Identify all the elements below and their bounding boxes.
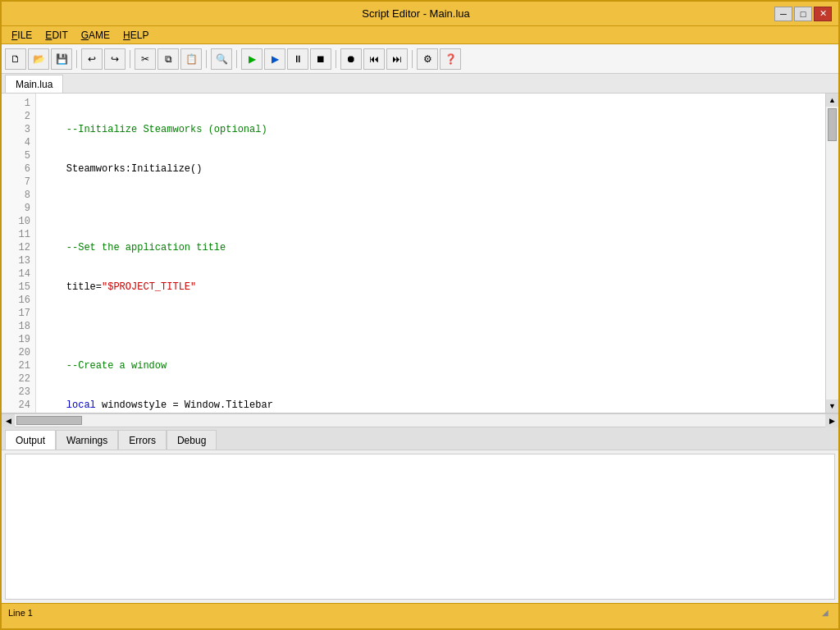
copy-button[interactable]: ⧉ (158, 48, 179, 70)
run-green-button[interactable]: ▶ (241, 48, 262, 70)
code-line-6 (43, 320, 819, 333)
settings-button[interactable]: ⚙ (417, 48, 438, 70)
tab-output[interactable]: Output (5, 430, 56, 450)
vertical-scrollbar[interactable]: ▲ ▼ (825, 94, 838, 413)
paste-button[interactable]: 📋 (180, 48, 202, 70)
code-line-4: --Set the application title (43, 241, 819, 254)
separator-6 (412, 50, 413, 68)
code-line-8: local windowstyle = Window.Titlebar (43, 399, 819, 412)
record-button[interactable]: ⏺ (340, 48, 362, 70)
menu-edit[interactable]: EDIT (39, 28, 74, 43)
scroll-thumb-h[interactable] (16, 416, 82, 425)
menu-bar: FILE EDIT GAME HELP (2, 26, 838, 44)
title-text: Script Editor - Main.lua (57, 7, 774, 20)
code-editor[interactable]: --Initialize Steamworks (optional) Steam… (36, 94, 825, 413)
separator-2 (130, 50, 130, 68)
undo-button[interactable]: ↩ (81, 48, 103, 70)
code-line-3 (43, 202, 819, 215)
scroll-up-arrow[interactable]: ▲ (826, 94, 838, 107)
code-line-1: --Initialize Steamworks (optional) (43, 123, 819, 136)
close-button[interactable]: ✕ (814, 7, 832, 21)
line-numbers: 1 2 3 4 5 6 7 8 9 10 11 12 13 14 15 16 1… (2, 94, 36, 413)
tab-bar: Main.lua (2, 74, 838, 94)
scroll-right-arrow[interactable]: ▶ (825, 414, 838, 427)
menu-file[interactable]: FILE (5, 28, 39, 43)
rewind-button[interactable]: ⏮ (363, 48, 385, 70)
stop-button[interactable]: ⏹ (310, 48, 331, 70)
separator-1 (76, 50, 77, 68)
maximize-button[interactable]: □ (794, 7, 812, 21)
search-button[interactable]: 🔍 (211, 48, 232, 70)
horizontal-scrollbar[interactable]: ◀ ▶ (2, 413, 838, 427)
separator-4 (236, 50, 237, 68)
output-tabs: Output Warnings Errors Debug (2, 427, 838, 450)
toolbar: 🗋 📂 💾 ↩ ↪ ✂ ⧉ 📋 🔍 ▶ ▶ ⏸ ⏹ ⏺ ⏮ ⏭ ⚙ ❓ (2, 44, 838, 74)
tab-errors[interactable]: Errors (118, 430, 167, 450)
code-line-7: --Create a window (43, 359, 819, 372)
save-button[interactable]: 💾 (51, 48, 72, 70)
menu-help[interactable]: HELP (116, 28, 155, 43)
scroll-track-h[interactable] (15, 414, 825, 427)
output-content (5, 454, 835, 600)
status-bar: Line 1 ◢ (2, 603, 838, 621)
scroll-track[interactable] (826, 107, 838, 399)
forward-button[interactable]: ⏭ (386, 48, 408, 70)
window-controls: ─ □ ✕ (774, 7, 832, 21)
menu-game[interactable]: GAME (75, 28, 116, 43)
editor-container: 1 2 3 4 5 6 7 8 9 10 11 12 13 14 15 16 1… (2, 94, 838, 413)
new-button[interactable]: 🗋 (5, 48, 26, 70)
help-button[interactable]: ❓ (440, 48, 461, 70)
cut-button[interactable]: ✂ (135, 48, 156, 70)
separator-3 (206, 50, 207, 68)
code-line-5: title="$PROJECT_TITLE" (43, 281, 819, 294)
code-line-2: Steamworks:Initialize() (43, 162, 819, 176)
separator-5 (336, 50, 336, 68)
title-bar: Script Editor - Main.lua ─ □ ✕ (2, 2, 838, 26)
output-panel: Output Warnings Errors Debug (2, 427, 838, 603)
status-text: Line 1 (8, 608, 33, 618)
minimize-button[interactable]: ─ (774, 7, 792, 21)
run-blue-button[interactable]: ▶ (264, 48, 285, 70)
tab-warnings[interactable]: Warnings (56, 430, 118, 450)
scroll-down-arrow[interactable]: ▼ (826, 399, 838, 413)
scroll-left-arrow[interactable]: ◀ (2, 414, 15, 427)
pause-button[interactable]: ⏸ (287, 48, 308, 70)
tab-main-lua[interactable]: Main.lua (5, 75, 63, 93)
open-button[interactable]: 📂 (28, 48, 49, 70)
resize-grip: ◢ (819, 606, 832, 619)
tab-debug[interactable]: Debug (167, 430, 217, 450)
redo-button[interactable]: ↪ (104, 48, 126, 70)
scroll-thumb[interactable] (828, 108, 837, 141)
